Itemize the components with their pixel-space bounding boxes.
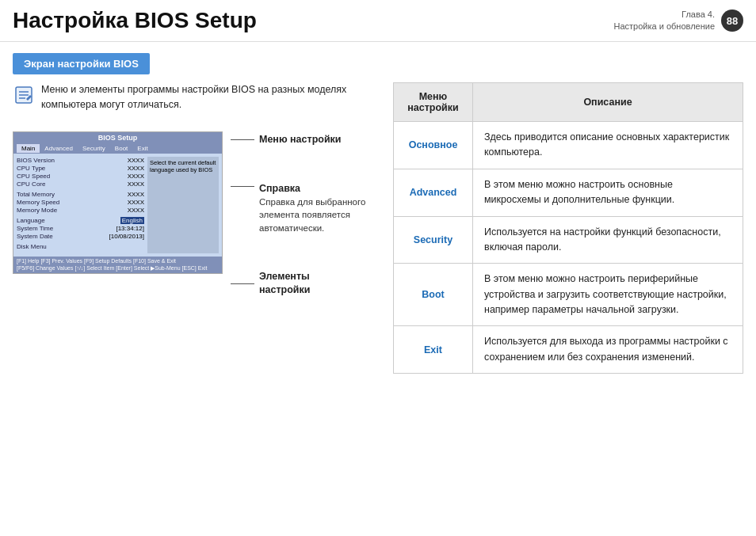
menu-desc-advanced: В этом меню можно настроить основные мик… [473, 169, 743, 216]
menu-desc-osnov: Здесь приводится описание основных харак… [473, 122, 743, 169]
section-header: Экран настройки BIOS [0, 42, 756, 82]
dash-line-2 [231, 186, 254, 187]
right-panel: Меню настройки Описание Основное Здесь п… [393, 82, 743, 374]
bios-row: System Date [10/08/2013] [17, 233, 144, 240]
note-text: Меню и элементы программы настройки BIOS… [41, 82, 377, 112]
menu-name-security: Security [394, 216, 473, 264]
page-header: Настройка BIOS Setup Глава 4. Настройка … [0, 0, 756, 42]
annotation-items-label2: настройки [259, 283, 310, 298]
section-title: Экран настройки BIOS [13, 53, 150, 74]
annotation-items-label: Элементы [259, 270, 310, 284]
page-number: 88 [721, 10, 743, 32]
bios-row: Memory Speed XXXX [17, 199, 144, 206]
table-header-desc: Описание [473, 83, 743, 122]
menu-desc-security: Используется на настройки функций безопа… [473, 216, 743, 264]
menu-table: Меню настройки Описание Основное Здесь п… [393, 82, 743, 374]
note-box: Меню и элементы программы настройки BIOS… [13, 82, 377, 112]
chapter-label: Глава 4. [682, 9, 715, 21]
table-row: Advanced В этом меню можно настроить осн… [394, 169, 743, 216]
chapter-sublabel: Настройка и обновление [614, 21, 715, 32]
chapter-info: Глава 4. Настройка и обновление [614, 9, 715, 33]
annotation-help-label: Справка [259, 182, 377, 196]
table-row: Security Используется на настройки функц… [394, 216, 743, 264]
menu-desc-boot: В этом меню можно настроить периферийные… [473, 264, 743, 326]
note-icon [13, 84, 35, 108]
bios-row: Memory Mode XXXX [17, 207, 144, 214]
bios-menu-bar: Main Advanced Security Boot Exit [13, 143, 222, 154]
bios-menu-main[interactable]: Main [17, 144, 40, 153]
bios-screen: BIOS Setup Main Advanced Security Boot E… [13, 131, 223, 274]
bios-body: BIOS Version XXXX CPU Type XXXX CPU Spee… [13, 154, 222, 257]
bios-footer: [F1] Help [F3] Prev. Values [F9] Setup D… [13, 257, 222, 273]
bios-row: Language English [17, 217, 144, 224]
annotation-help-content: Справка Справка для выбранного элемента … [259, 182, 377, 234]
bios-row: CPU Speed XXXX [17, 173, 144, 180]
table-row: Exit Используется для выхода из программ… [394, 326, 743, 374]
chapter-right: Глава 4. Настройка и обновление 88 [614, 8, 743, 33]
table-row: Boot В этом меню можно настроить перифер… [394, 264, 743, 326]
annotations: Меню настройки Справка Справка для выбра… [231, 124, 377, 298]
bios-menu-exit[interactable]: Exit [132, 144, 152, 153]
annotation-menu-text: Меню настройки [259, 133, 342, 147]
bios-container: BIOS Setup Main Advanced Security Boot E… [13, 131, 223, 274]
annotation-items-content: Элементы настройки [259, 270, 310, 298]
bios-row: CPU Core XXXX [17, 181, 144, 188]
menu-name-exit: Exit [394, 326, 473, 374]
table-header-menu: Меню настройки [394, 83, 473, 122]
bios-row: System Time [13:34:12] [17, 225, 144, 232]
bios-menu-advanced[interactable]: Advanced [40, 144, 78, 153]
dash-line-3 [231, 283, 254, 284]
bios-row: BIOS Version XXXX [17, 157, 144, 164]
bios-menu-security[interactable]: Security [78, 144, 110, 153]
bios-left-col: BIOS Version XXXX CPU Type XXXX CPU Spee… [17, 157, 144, 253]
bios-row: Disk Menu [17, 243, 144, 250]
bios-menu-boot[interactable]: Boot [110, 144, 132, 153]
annotation-items: Элементы настройки [231, 270, 377, 298]
dash-line-1 [231, 139, 254, 140]
bios-row: CPU Type XXXX [17, 165, 144, 172]
bios-help-box: Select the current default language used… [147, 157, 219, 253]
menu-name-boot: Boot [394, 264, 473, 326]
annotation-help-desc: Справка для выбранного элемента появляет… [259, 196, 377, 234]
bios-row: Total Memory XXXX [17, 191, 144, 198]
main-content: Меню и элементы программы настройки BIOS… [0, 82, 756, 386]
annotation-menu: Меню настройки [231, 133, 377, 147]
menu-name-osnov: Основное [394, 122, 473, 169]
annotation-label-menu: Меню настройки [259, 133, 342, 147]
menu-name-advanced: Advanced [394, 169, 473, 216]
menu-desc-exit: Используется для выхода из программы нас… [473, 326, 743, 374]
bios-with-labels: BIOS Setup Main Advanced Security Boot E… [13, 124, 377, 298]
table-row: Основное Здесь приводится описание основ… [394, 122, 743, 169]
page-title: Настройка BIOS Setup [13, 8, 614, 33]
annotation-help: Справка Справка для выбранного элемента … [231, 182, 377, 234]
bios-title-bar: BIOS Setup [13, 132, 222, 143]
left-panel: Меню и элементы программы настройки BIOS… [13, 82, 377, 374]
